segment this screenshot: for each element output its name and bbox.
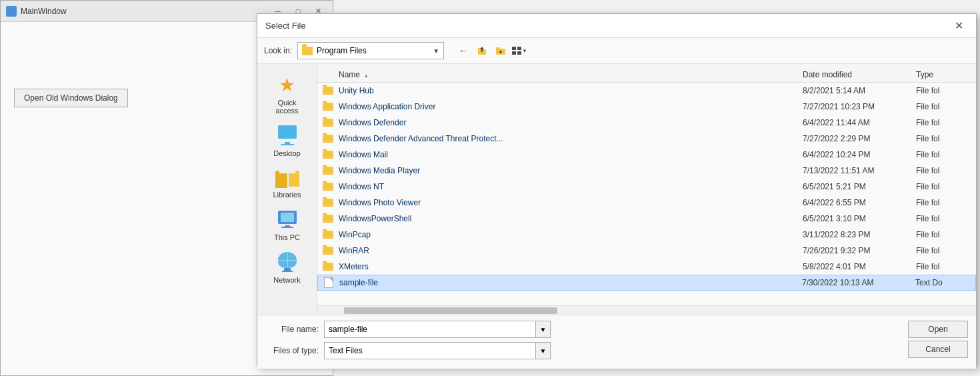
file-date-cell: 6/4/2022 6:55 PM [803,198,916,207]
sidebar-item-desktop[interactable]: Desktop [261,121,314,161]
open-button[interactable]: Open [908,321,968,338]
sidebar-item-network[interactable]: Network [261,248,314,288]
files-of-type-input[interactable] [324,342,536,359]
this-pc-icon [277,209,298,231]
file-name-input[interactable] [324,321,536,338]
sidebar-item-this-pc[interactable]: This PC [261,205,314,245]
file-name-cell: XMeters [339,262,803,271]
filelist-body[interactable]: Unity Hub8/2/2021 5:14 AMFile folWindows… [317,83,976,305]
look-in-dropdown[interactable]: Program Files ▼ [297,42,444,59]
network-icon [277,252,298,273]
table-row[interactable]: Windows Defender Advanced Threat Protect… [317,131,976,147]
look-in-value: Program Files [317,46,429,55]
file-date-cell: 6/4/2022 11:44 AM [803,118,916,127]
look-in-label: Look in: [264,46,292,55]
app-icon [6,6,17,17]
filelist-header: Name ▲ Date modified Type [317,64,976,83]
folder-icon [317,199,339,207]
open-dialog-button[interactable]: Open Old Windows Dialog [14,89,128,107]
svg-rect-8 [517,47,521,50]
dialog-bottom: File name: ▼ Files of type: ▼ Open Canc [257,315,976,369]
svg-rect-9 [512,51,516,55]
file-type-cell: File fol [916,246,976,255]
table-row[interactable]: Windows NT6/5/2021 5:21 PMFile fol [317,179,976,195]
table-row[interactable]: Unity Hub8/2/2021 5:14 AMFile fol [317,83,976,99]
horizontal-scrollbar[interactable] [317,305,976,315]
file-type-cell: File fol [916,118,976,127]
file-date-cell: 6/4/2022 10:24 PM [803,150,916,159]
file-name-cell: WinPcap [339,230,803,239]
table-row[interactable]: WinRAR7/26/2021 9:32 PMFile fol [317,243,976,259]
table-row[interactable]: XMeters5/8/2022 4:01 PMFile fol [317,259,976,275]
folder-icon [317,87,339,95]
sort-arrow-icon: ▲ [363,73,369,79]
file-name-cell: WindowsPowerShell [339,214,803,223]
dialog-toolbar: Look in: Program Files ▼ ← [257,38,976,64]
file-type-cell: File fol [916,262,976,271]
view-icon [511,46,522,55]
file-date-cell: 7/13/2022 11:51 AM [803,166,916,175]
table-row[interactable]: Windows Defender6/4/2022 11:44 AMFile fo… [317,115,976,131]
file-name-row: File name: ▼ [265,321,895,338]
files-of-type-label: Files of type: [265,346,319,355]
table-row[interactable]: WinPcap3/11/2022 8:23 PMFile fol [317,227,976,243]
file-date-cell: 6/5/2021 5:21 PM [803,182,916,191]
file-name-cell: WinRAR [339,246,803,255]
svg-rect-10 [517,51,521,55]
table-row[interactable]: sample-file7/30/2022 10:13 AMText Do [317,275,976,291]
file-name-dropdown-button[interactable]: ▼ [536,321,551,338]
file-date-cell: 3/11/2022 8:23 PM [803,230,916,239]
dialog-body: ★ Quick access Desktop [257,64,976,315]
back-button[interactable]: ← [455,42,472,59]
folder-icon [317,263,339,271]
file-name-cell: Windows Defender Advanced Threat Protect… [339,134,803,143]
folder-icon [317,135,339,143]
file-name-cell: Windows Mail [339,150,803,159]
file-type-cell: File fol [916,150,976,159]
toolbar-actions: ← [455,42,528,59]
table-row[interactable]: Windows Mail6/4/2022 10:24 PMFile fol [317,147,976,163]
dialog-sidebar: ★ Quick access Desktop [257,64,317,315]
table-row[interactable]: Windows Application Driver7/27/2021 10:2… [317,99,976,115]
file-date-cell: 5/8/2022 4:01 PM [803,262,916,271]
star-icon: ★ [277,75,298,96]
file-type-cell: Text Do [915,278,975,287]
folder-icon [302,47,313,55]
table-row[interactable]: Windows Media Player7/13/2022 11:51 AMFi… [317,163,976,179]
view-dropdown-arrow: ▼ [522,48,527,54]
sidebar-label-quick-access: Quick access [266,99,309,115]
cancel-button[interactable]: Cancel [908,341,968,358]
files-of-type-dropdown-button[interactable]: ▼ [536,342,551,359]
column-date-modified[interactable]: Date modified [803,70,916,79]
sidebar-item-quick-access[interactable]: ★ Quick access [261,71,314,119]
file-name-cell: Windows Photo Viewer [339,198,803,207]
column-name[interactable]: Name ▲ [317,70,803,79]
file-date-cell: 7/27/2022 2:29 PM [803,134,916,143]
svg-rect-7 [512,47,516,50]
up-folder-icon [477,46,487,55]
file-name-cell: Windows Media Player [339,166,803,175]
file-name-cell: Windows NT [339,182,803,191]
files-of-type-input-wrap: ▼ [324,342,551,359]
file-type-cell: File fol [916,214,976,223]
table-row[interactable]: WindowsPowerShell6/5/2021 3:10 PMFile fo… [317,211,976,227]
file-type-cell: File fol [916,102,976,111]
dialog-filelist: Name ▲ Date modified Type Unity Hub8/2/2… [317,64,976,315]
up-button[interactable] [473,42,491,59]
file-name-label: File name: [265,325,319,334]
dialog-close-button[interactable]: ✕ [949,17,968,35]
new-folder-button[interactable] [492,42,509,59]
table-row[interactable]: Windows Photo Viewer6/4/2022 6:55 PMFile… [317,195,976,211]
sidebar-item-libraries[interactable]: Libraries [261,164,314,203]
sidebar-label-libraries: Libraries [273,191,301,199]
folder-icon [317,151,339,159]
hscroll-thumb[interactable] [344,307,557,314]
file-type-cell: File fol [916,166,976,175]
column-type[interactable]: Type [916,70,976,79]
dialog-title: Select File [265,21,306,31]
file-type-cell: File fol [916,134,976,143]
view-button[interactable]: ▼ [511,42,528,59]
folder-icon [317,231,339,239]
files-of-type-row: Files of type: ▼ [265,342,895,359]
sidebar-label-this-pc: This PC [274,233,300,241]
